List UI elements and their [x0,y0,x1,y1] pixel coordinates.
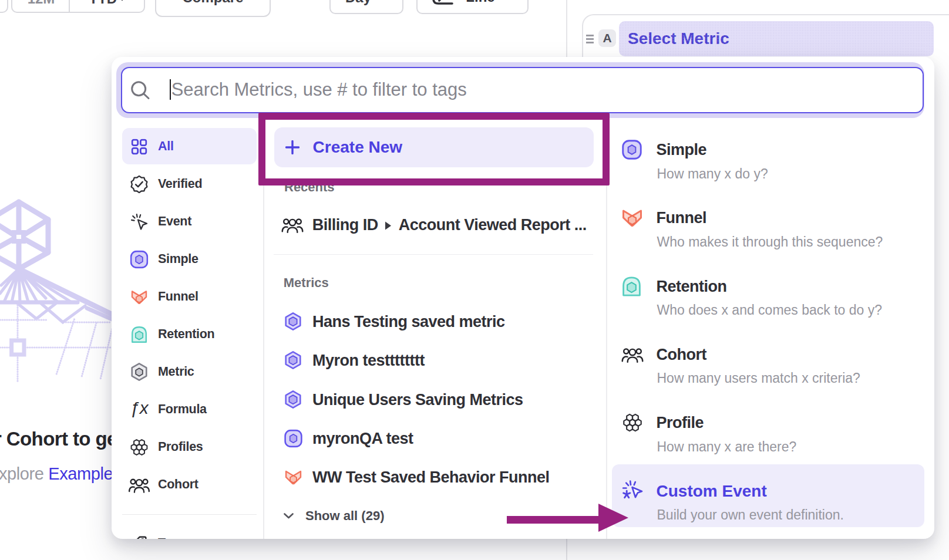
svg-text:ƒx: ƒx [130,400,149,417]
